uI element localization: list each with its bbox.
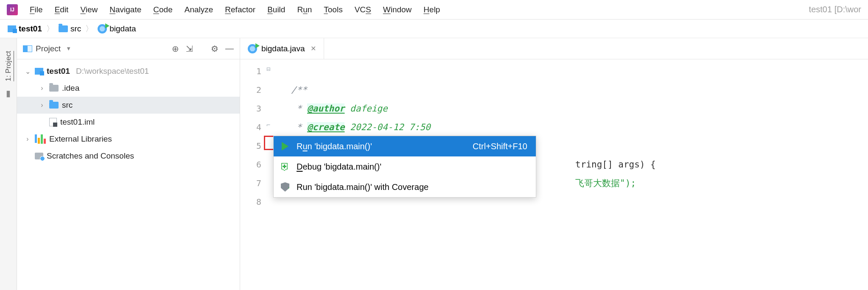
menu-window[interactable]: Window [383, 5, 412, 14]
javadoc-author-value: dafeige [344, 103, 387, 114]
tree-node-iml[interactable]: › test01.iml [17, 114, 240, 131]
menu-item-run[interactable]: Run 'bigdata.main()' Ctrl+Shift+F10 [274, 136, 536, 156]
menu-tools[interactable]: Tools [324, 5, 342, 14]
menu-item-debug[interactable]: ⛨ Debug 'bigdata.main()' [274, 156, 536, 177]
debug-icon: ⛨ [280, 161, 290, 173]
code-editor[interactable]: 1 2 3 4 5 6 7 8 ⊟ ⌐ /** * @author dafeig… [240, 59, 868, 290]
breadcrumb: test01 〉 src 〉 bigdata [0, 20, 868, 38]
module-icon [8, 25, 16, 32]
menu-run[interactable]: Run [297, 5, 312, 14]
settings-button[interactable]: ⚙ [211, 44, 218, 54]
code-text: /** [291, 85, 307, 95]
menu-item-coverage[interactable]: Run 'bigdata.main()' with Coverage [274, 177, 536, 197]
editor-area: bigdata.java ✕ 1 2 3 4 5 6 7 8 ⊟ ⌐ [240, 38, 868, 290]
class-runnable-icon [248, 44, 257, 53]
tree-node-scratches[interactable]: › Scratches and Consoles [17, 148, 240, 165]
source-folder-icon [49, 102, 59, 109]
chevron-right-icon: › [38, 101, 46, 109]
breadcrumb-separator: 〉 [85, 23, 93, 34]
tree-node-external-libs[interactable]: › External Libraries [17, 131, 240, 148]
breadcrumb-project[interactable]: test01 [8, 24, 42, 33]
line-number-gutter: 1 2 3 4 5 6 7 8 [240, 59, 266, 290]
left-tool-strip: 1: Project ▮ [0, 38, 17, 290]
run-icon [282, 142, 288, 151]
window-title-path: test01 [D:\wor [809, 5, 861, 14]
chevron-down-icon: ⌄ [24, 67, 31, 75]
code-text: * [291, 103, 307, 114]
breadcrumb-separator: 〉 [46, 23, 54, 34]
scratches-icon [35, 153, 43, 159]
code-text: tring[] args) { [575, 159, 656, 170]
menu-bar: IJ File Edit View Navigate Code Analyze … [0, 0, 868, 20]
project-panel-header: Project ▼ ⊕ ⇲ ⚙ — [17, 38, 240, 59]
editor-tab-bigdata[interactable]: bigdata.java ✕ [240, 38, 324, 59]
coverage-icon [281, 182, 289, 192]
folder-icon [59, 25, 68, 32]
menu-navigate[interactable]: Navigate [109, 5, 141, 14]
editor-tabs: bigdata.java ✕ [240, 38, 868, 59]
code-text: * [291, 122, 307, 132]
chevron-down-icon: ▼ [66, 45, 71, 52]
locate-button[interactable]: ⊕ [172, 44, 179, 54]
module-icon [35, 68, 43, 75]
tree-node-project-root[interactable]: ⌄ test01 D:\workspace\test01 [17, 63, 240, 80]
folder-icon: ▮ [6, 88, 11, 98]
fold-end-icon: ⌐ [266, 121, 270, 129]
tool-window-tab-project[interactable]: 1: Project [4, 51, 13, 81]
menu-code[interactable]: Code [153, 5, 172, 14]
menu-analyze[interactable]: Analyze [185, 5, 213, 14]
app-logo: IJ [7, 4, 18, 15]
project-view-selector[interactable]: Project ▼ [23, 44, 71, 53]
project-view-icon [23, 45, 32, 52]
external-libraries-icon [35, 134, 46, 144]
collapse-all-button[interactable]: ⇲ [186, 44, 193, 54]
tree-node-idea[interactable]: › .idea [17, 80, 240, 97]
javadoc-create-value: 2022-04-12 7:50 [344, 122, 430, 132]
menu-help[interactable]: Help [423, 5, 440, 14]
menu-build[interactable]: Build [267, 5, 285, 14]
javadoc-create-tag: @create [307, 122, 345, 132]
iml-file-icon [49, 118, 57, 126]
close-tab-button[interactable]: ✕ [311, 45, 316, 53]
project-tree[interactable]: ⌄ test01 D:\workspace\test01 › .idea › s… [17, 59, 240, 168]
breadcrumb-src[interactable]: src [59, 24, 81, 33]
menu-edit[interactable]: Edit [55, 5, 69, 14]
code-text: 飞哥大数据"); [575, 178, 636, 188]
menu-view[interactable]: View [80, 5, 98, 14]
chevron-right-icon: › [38, 84, 46, 92]
chevron-right-icon: › [24, 135, 31, 143]
context-menu: Run 'bigdata.main()' Ctrl+Shift+F10 ⛨ De… [273, 136, 536, 198]
breadcrumb-class[interactable]: bigdata [98, 24, 136, 33]
javadoc-author-tag: @author [307, 103, 345, 114]
keyboard-shortcut: Ctrl+Shift+F10 [473, 142, 527, 151]
menu-vcs[interactable]: VCS [355, 5, 371, 14]
main-area: 1: Project ▮ Project ▼ ⊕ ⇲ ⚙ — ⌄ test01 … [0, 38, 868, 290]
menu-file[interactable]: File [30, 5, 43, 14]
menu-refactor[interactable]: Refactor [225, 5, 255, 14]
class-runnable-icon [98, 24, 107, 33]
hide-button[interactable]: — [225, 44, 234, 53]
project-tool-window: Project ▼ ⊕ ⇲ ⚙ — ⌄ test01 D:\workspace\… [17, 38, 240, 290]
fold-toggle-icon[interactable]: ⊟ [266, 65, 270, 73]
tree-node-src[interactable]: › src [17, 97, 240, 114]
folder-icon [49, 85, 59, 92]
